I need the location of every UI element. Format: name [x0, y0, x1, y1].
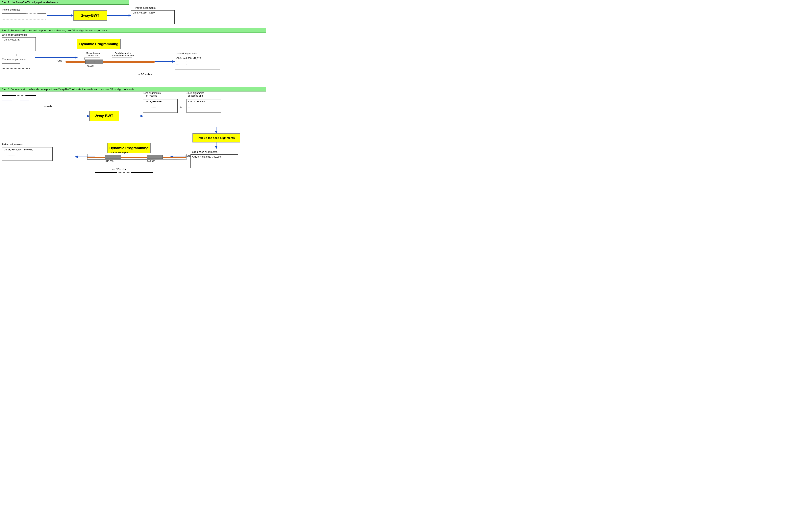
step3-align-line-dot: [118, 172, 130, 173]
step3-read1a: [2, 95, 16, 96]
step3-read1-dot: [16, 95, 26, 96]
step3-seed-second-label: Seed alignmentsof second end: [187, 92, 204, 97]
step3-pos1-label: 349,683: [106, 160, 114, 162]
step3-seeds-brace: } seeds: [44, 105, 52, 108]
step2-header: Step 2: For reads with one end mapped bu…: [0, 28, 266, 33]
step2-mapped-region-label: Mapped regionof one end: [83, 52, 103, 57]
step2-unmapped-dotted1: [2, 66, 30, 66]
step2-use-dp-label: use DP to align: [137, 73, 152, 75]
step1-read-dotted2: [2, 17, 46, 17]
step1-bwt-box: 2way-BWT: [73, 10, 107, 21]
step2-output-box: Chr9, +49,538, -49,829; .......... .....…: [175, 56, 220, 70]
step2-position-label: 49,538: [87, 65, 94, 67]
step3-align-line2: [131, 172, 153, 173]
step2-input-label: One ends' alignments: [2, 33, 27, 36]
step3-bwt-box: 2way-BWT: [89, 111, 119, 121]
step3-output-box: Chr18, +349,664, -349,923; ........... .…: [2, 147, 53, 161]
step1-read-dotted3: [2, 19, 46, 19]
step2-mapped-brace: [84, 58, 100, 59]
step2-unmapped-line1: [2, 63, 20, 63]
step2-candidate-box: [111, 59, 139, 64]
step1-reads-label: Paired-end reads: [2, 8, 20, 11]
step3-seed-second-box: Chr18, -349,998; ........... ...........: [187, 99, 221, 113]
step2-plus: +: [15, 53, 17, 58]
step2-align-line: [127, 78, 147, 78]
step3-plus-seeds: +: [179, 105, 182, 110]
step3-candidate-label: Candidate region: [111, 151, 128, 154]
step3-read2b: [20, 100, 29, 100]
step3-header: Step 3: For reads with both ends unmappe…: [0, 87, 266, 92]
step1-header: Step 1: Use 2way-BWT to align pair-ended…: [0, 0, 129, 4]
step2-dp-box: Dynamic Programming: [77, 39, 121, 49]
step3-read2a: [2, 100, 12, 100]
step1-output-label: Paired alignments: [135, 6, 155, 9]
step3-align-line1: [95, 172, 117, 173]
step1-output-box: Chr6, +4,059, -4,369; ........... ......…: [131, 10, 175, 24]
step2-unmapped-dotted2: [2, 68, 30, 69]
step2-candidate-label: Candidate regionfor the unmapped end: [111, 52, 135, 57]
step3-read1b: [26, 95, 36, 96]
step1-read-line2: [38, 14, 46, 14]
step3-pos2-label: 349,998: [147, 160, 155, 162]
step3-use-dp-label: use DP to align: [112, 168, 127, 170]
step3-paired-seed-box: Chr18, +349,683, -349,998; ........... .…: [190, 154, 238, 168]
step1-read-dotted1: [26, 14, 38, 14]
step3-candidate-box: [87, 154, 187, 159]
step2-chr9-label: Chr9: [58, 59, 62, 62]
step2-mapped-box: +: [85, 59, 103, 64]
step3-paired-seed-label: Paired seed alignments: [190, 150, 217, 153]
step3-pairup-box: Pair up the seed alignments: [192, 133, 240, 142]
step2-output-label: paired alignments: [176, 52, 197, 55]
step3-seed-first-box: Chr18, +349,683; ........... ...........: [143, 99, 177, 113]
step2-unmapped-label: The unmapped ends: [2, 58, 25, 61]
step2-input-box: Chr9, +49,538; .......... .......: [2, 37, 36, 51]
step3-output-label: Paired alignments: [2, 143, 23, 146]
step3-seed-first-label: Seed alignmentsof first end: [143, 92, 160, 97]
step1-read-line1: [2, 14, 26, 14]
step2-genome-bar: [65, 61, 155, 63]
